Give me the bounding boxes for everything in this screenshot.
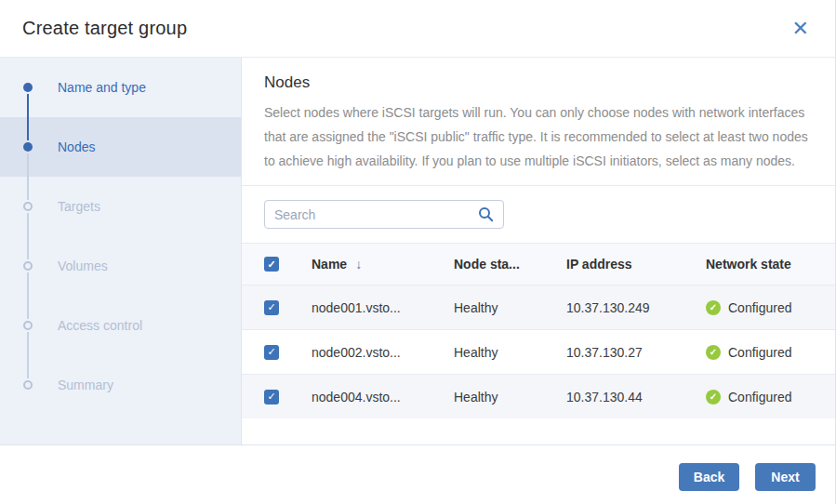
- node-name: node002.vsto...: [312, 345, 454, 360]
- step-nodes[interactable]: Nodes: [0, 117, 241, 177]
- step-connector: [27, 94, 29, 140]
- table-row[interactable]: ✓ node002.vsto... Healthy 10.37.130.27 ✓…: [242, 329, 835, 374]
- ip-address: 10.37.130.44: [566, 390, 706, 405]
- step-dot-hollow-icon: [22, 260, 33, 272]
- column-header-ip-address[interactable]: IP address: [566, 257, 706, 272]
- network-state: ✓ Configured: [706, 345, 816, 360]
- dialog-footer: Back Next: [0, 444, 835, 504]
- search-section: [242, 185, 835, 243]
- step-label: Summary: [58, 378, 113, 392]
- configured-check-icon: ✓: [706, 345, 721, 360]
- row-checkbox[interactable]: ✓: [264, 345, 279, 360]
- step-label: Name and type: [58, 80, 146, 95]
- page-description: Select nodes where iSCSI targets will ru…: [264, 100, 809, 173]
- step-label: Volumes: [58, 259, 108, 273]
- step-label: Targets: [58, 199, 100, 214]
- search-icon[interactable]: [478, 206, 494, 222]
- nodes-table: ✓ Name ↓ Node sta... IP address Network …: [242, 243, 835, 444]
- node-status: Healthy: [454, 345, 566, 360]
- row-checkbox[interactable]: ✓: [264, 300, 279, 315]
- step-connector: [27, 153, 29, 200]
- network-state-label: Configured: [728, 390, 792, 405]
- table-row[interactable]: ✓ node004.vsto... Healthy 10.37.130.44 ✓…: [242, 374, 835, 418]
- ip-address: 10.37.130.249: [566, 300, 706, 315]
- network-state: ✓ Configured: [706, 390, 816, 405]
- ip-address: 10.37.130.27: [566, 345, 706, 360]
- step-dot-filled-icon: [22, 141, 33, 153]
- step-dot-hollow-icon: [22, 201, 33, 212]
- search-input[interactable]: [274, 207, 478, 222]
- back-button[interactable]: Back: [679, 463, 739, 491]
- network-state-label: Configured: [728, 345, 792, 360]
- column-header-network-state[interactable]: Network state: [706, 257, 816, 272]
- step-summary[interactable]: Summary: [0, 355, 241, 415]
- dialog-header: Create target group ✕: [0, 0, 835, 58]
- create-target-group-dialog: Create target group ✕ Name and type Node…: [0, 0, 836, 504]
- search-box: [264, 200, 504, 229]
- configured-check-icon: ✓: [706, 390, 721, 405]
- dialog-body: Name and type Nodes Targets Volumes: [0, 58, 835, 444]
- row-checkbox[interactable]: ✓: [264, 390, 279, 405]
- step-label: Access control: [58, 318, 142, 333]
- step-dot-hollow-icon: [22, 320, 33, 331]
- close-icon[interactable]: ✕: [789, 17, 813, 41]
- step-targets[interactable]: Targets: [0, 177, 241, 236]
- wizard-stepper: Name and type Nodes Targets Volumes: [0, 58, 242, 444]
- node-name: node004.vsto...: [312, 390, 454, 405]
- network-state-label: Configured: [728, 300, 792, 315]
- step-connector: [27, 213, 29, 259]
- step-connector: [27, 272, 29, 319]
- node-status: Healthy: [454, 300, 566, 315]
- select-all-checkbox[interactable]: ✓: [264, 257, 279, 272]
- step-dot-filled-icon: [22, 82, 33, 93]
- step-dot-hollow-icon: [22, 379, 33, 391]
- dialog-title: Create target group: [22, 18, 187, 39]
- page-title: Nodes: [264, 73, 809, 92]
- step-access-control[interactable]: Access control: [0, 296, 241, 355]
- node-status: Healthy: [454, 390, 566, 405]
- next-button[interactable]: Next: [755, 463, 816, 491]
- table-header-row: ✓ Name ↓ Node sta... IP address Network …: [242, 244, 835, 285]
- step-connector: [27, 332, 29, 378]
- sort-desc-icon: ↓: [355, 257, 362, 272]
- table-row[interactable]: ✓ node001.vsto... Healthy 10.37.130.249 …: [242, 285, 835, 329]
- main-content: Nodes Select nodes where iSCSI targets w…: [242, 58, 835, 444]
- column-header-node-status[interactable]: Node sta...: [454, 257, 566, 272]
- column-header-name[interactable]: Name ↓: [312, 257, 454, 272]
- step-volumes[interactable]: Volumes: [0, 236, 241, 296]
- step-name-and-type[interactable]: Name and type: [0, 58, 241, 117]
- configured-check-icon: ✓: [706, 300, 721, 315]
- node-name: node001.vsto...: [312, 300, 454, 315]
- content-intro: Nodes Select nodes where iSCSI targets w…: [242, 58, 835, 185]
- step-label: Nodes: [58, 139, 95, 154]
- network-state: ✓ Configured: [706, 300, 816, 315]
